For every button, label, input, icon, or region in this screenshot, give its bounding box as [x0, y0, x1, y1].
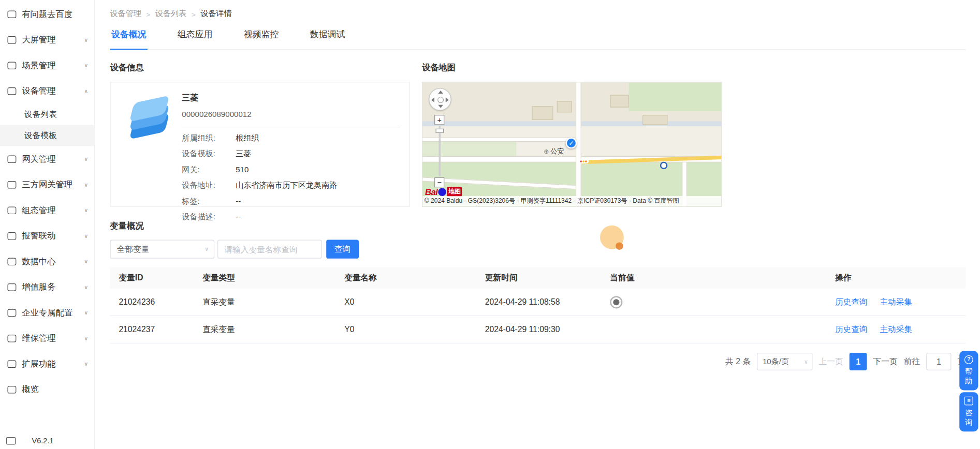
- column-header-variable-type: 变量类型: [202, 272, 344, 283]
- zoom-slider-handle[interactable]: [435, 129, 444, 133]
- map-road: [422, 138, 579, 142]
- device-info-card: 三菱 0000026089000012 所属组织: 根组织 设备模板: 三菱: [110, 82, 410, 206]
- current-page-button[interactable]: 1: [850, 353, 867, 370]
- field-row-tags: 标签: --: [182, 196, 401, 206]
- sidebar-item-value-added-services[interactable]: 增值服务 ∨: [0, 274, 94, 300]
- cell-update-time: 2024-04-29 11:08:58: [485, 297, 610, 307]
- sidebar-item-maintenance-management[interactable]: 维保管理 ∨: [0, 325, 94, 351]
- goto-page-input[interactable]: [926, 353, 951, 370]
- query-button[interactable]: 查询: [326, 240, 359, 259]
- history-query-link[interactable]: 历史查询: [835, 297, 868, 306]
- bar-chart-icon: [7, 258, 16, 265]
- field-value: 510: [236, 164, 248, 175]
- sidebar-item-alarm-linkage[interactable]: 报警联动 ∨: [0, 223, 94, 248]
- metro-station-icon: [660, 162, 667, 169]
- breadcrumb-separator: >: [147, 10, 151, 18]
- help-button[interactable]: ? 帮助: [959, 351, 978, 391]
- breadcrumb: 设备管理 > 设备列表 > 设备详情: [110, 9, 980, 20]
- field-label: 标签:: [182, 196, 236, 206]
- gateway-icon: [7, 155, 16, 162]
- value-toggle-off[interactable]: [610, 296, 622, 308]
- device-layers-icon: [126, 97, 175, 141]
- goto-label: 前往: [904, 356, 920, 367]
- page-size-value: 10条/页: [763, 356, 789, 367]
- chevron-down-icon: ∨: [804, 358, 808, 365]
- cell-current-value: [610, 296, 835, 308]
- field-row-address: 设备地址: 山东省济南市历下区龙奥南路: [182, 181, 401, 191]
- sidebar-item-baidu-help[interactable]: 有问题去百度: [0, 1, 94, 26]
- field-row-description: 设备描述: --: [182, 212, 401, 222]
- variable-type-select-value: 全部变量: [117, 244, 150, 255]
- document-icon: ≡: [964, 397, 973, 406]
- sidebar-item-third-party-gateway[interactable]: 三方网关管理 ∨: [0, 172, 94, 197]
- collapse-sidebar-icon[interactable]: [6, 437, 16, 444]
- sidebar-item-label: 设备模板: [24, 130, 57, 141]
- sidebar-item-extended-functions[interactable]: 扩展功能 ∨: [0, 351, 94, 377]
- tab-configuration-app[interactable]: 组态应用: [176, 29, 213, 50]
- tab-device-overview[interactable]: 设备概况: [110, 29, 147, 50]
- tab-bar: 设备概况 组态应用 视频监控 数据调试: [110, 29, 966, 50]
- pagination: 共 2 条 10条/页 ∨ 上一页 1 下一页 前往 页: [110, 353, 966, 370]
- sidebar: 有问题去百度 大屏管理 ∨ 场景管理 ∨ 设备管理 ∧ 设备列表 设备模板 网关…: [0, 0, 95, 449]
- previous-page-button[interactable]: 上一页: [819, 356, 843, 367]
- device-info-column: 设备信息 三菱 0000026089000012: [110, 63, 410, 207]
- column-header-update-time: 更新时间: [485, 272, 610, 283]
- device-info-body: 三菱 0000026089000012 所属组织: 根组织 设备模板: 三菱: [182, 88, 409, 206]
- page-size-select[interactable]: 10条/页 ∨: [757, 353, 812, 370]
- device-name: 三菱: [182, 93, 401, 104]
- chevron-down-icon: ∨: [204, 246, 209, 252]
- poi-icon: ⊕: [544, 148, 549, 155]
- sidebar-item-device-management[interactable]: 设备管理 ∧: [0, 78, 94, 103]
- variable-search-input[interactable]: [217, 240, 322, 259]
- field-value: 山东省济南市历下区龙奥南路: [236, 181, 337, 191]
- variables-filter-row: 全部变量 ∨ 查询: [110, 240, 980, 259]
- grid-icon: [7, 360, 16, 367]
- active-collect-link[interactable]: 主动采集: [880, 324, 912, 334]
- active-collect-link[interactable]: 主动采集: [880, 297, 912, 306]
- sidebar-item-label: 有问题去百度: [22, 8, 72, 20]
- version-label: V6.2.1: [32, 437, 54, 445]
- next-page-button[interactable]: 下一页: [873, 356, 898, 367]
- device-icon: [7, 87, 16, 94]
- app: 有问题去百度 大屏管理 ∨ 场景管理 ∨ 设备管理 ∧ 设备列表 设备模板 网关…: [0, 0, 980, 449]
- history-query-link[interactable]: 历史查询: [835, 324, 868, 334]
- sidebar-item-device-list[interactable]: 设备列表: [0, 103, 94, 125]
- device-id: 0000026089000012: [182, 110, 401, 118]
- chevron-down-icon: ∨: [84, 284, 88, 290]
- map-building: [532, 106, 553, 120]
- breadcrumb-device-list[interactable]: 设备列表: [155, 9, 186, 20]
- sidebar-item-data-center[interactable]: 数据中心 ∨: [0, 249, 94, 274]
- badge-icon: [7, 283, 16, 291]
- map-canal: [422, 121, 722, 126]
- zoom-in-button[interactable]: +: [434, 115, 444, 125]
- map-pan-control[interactable]: [429, 88, 451, 110]
- question-mark-icon: ?: [964, 355, 973, 364]
- sidebar-item-overview[interactable]: 概览: [0, 377, 94, 402]
- cell-variable-type: 直采变量: [202, 296, 344, 308]
- device-map[interactable]: ⊕ 公安 ✓ + −: [422, 82, 722, 206]
- tab-data-debugging[interactable]: 数据调试: [309, 29, 346, 50]
- breadcrumb-device-management[interactable]: 设备管理: [110, 9, 141, 20]
- chevron-down-icon: ∨: [84, 258, 88, 264]
- field-label: 设备地址:: [182, 181, 236, 191]
- tab-video-monitoring[interactable]: 视频监控: [242, 29, 280, 50]
- sidebar-item-scene-management[interactable]: 场景管理 ∨: [0, 52, 94, 78]
- sidebar-item-screen-management[interactable]: 大屏管理 ∨: [0, 27, 94, 52]
- zoom-slider-track[interactable]: [439, 126, 441, 176]
- breadcrumb-separator: >: [192, 10, 196, 18]
- chevron-down-icon: ∨: [84, 207, 88, 213]
- sidebar-item-gateway-management[interactable]: 网关管理 ∨: [0, 146, 94, 172]
- third-gateway-icon: [7, 181, 16, 188]
- sidebar-item-label: 组态管理: [22, 204, 55, 216]
- table-header-row: 变量ID 变量类型 变量名称 更新时间 当前值 操作: [110, 267, 966, 289]
- device-location-marker[interactable]: ✓: [566, 138, 577, 149]
- sidebar-item-configuration-management[interactable]: 组态管理 ∨: [0, 198, 94, 223]
- consult-button[interactable]: ≡ 咨询: [959, 392, 978, 431]
- sidebar-item-device-template[interactable]: 设备模板: [0, 125, 94, 146]
- zoom-out-button[interactable]: −: [434, 177, 444, 187]
- variable-type-select[interactable]: 全部变量 ∨: [110, 240, 214, 259]
- field-value: 三菱: [236, 149, 251, 159]
- baidu-logo: Bai 地图: [425, 187, 462, 197]
- sidebar-item-enterprise-config[interactable]: 企业专属配置 ∨: [0, 300, 94, 325]
- breadcrumb-device-detail: 设备详情: [200, 9, 231, 20]
